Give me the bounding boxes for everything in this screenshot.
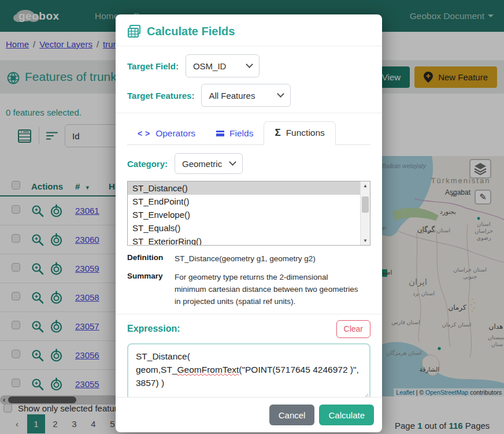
function-list-item[interactable]: ST_Envelope(): [128, 208, 360, 221]
function-list-item[interactable]: ST_ExteriorRing(): [128, 235, 360, 246]
vertical-scrollbar[interactable]: ▲ ▼: [360, 181, 370, 245]
modal-header: Calculate Fields: [116, 14, 382, 46]
modal-body: Target Field: OSM_ID Target Features: Al…: [116, 46, 382, 397]
summary-value: For geometry type returns the 2-dimensio…: [175, 272, 370, 308]
function-details: Definition ST_Distance(geometry g1, geom…: [127, 253, 370, 308]
expression-editor[interactable]: ST_Distance( geom,ST_GeomFromText("POINT…: [127, 343, 370, 397]
chevron-down-icon: [277, 90, 285, 98]
calculate-button[interactable]: Calculate: [319, 405, 374, 425]
category-label: Category:: [127, 159, 168, 169]
modal-title: Calculate Fields: [147, 25, 235, 38]
function-list: ▲ ▼ ST_Distance()ST_EndPoint()ST_Envelop…: [127, 181, 370, 246]
modal-footer: Cancel Calculate: [116, 397, 382, 432]
definition-label: Definition: [127, 253, 175, 265]
category-row: Category: Geometric: [127, 153, 370, 174]
chevron-down-icon: [229, 158, 236, 166]
modal-tabs: < > Operators Fields Σ Functions: [127, 121, 370, 145]
target-features-label: Target Features:: [127, 91, 194, 101]
target-features-value: All Features: [209, 91, 255, 101]
scroll-up-arrow-icon[interactable]: ▲: [361, 181, 370, 190]
function-list-item[interactable]: ST_EndPoint(): [128, 195, 360, 208]
target-field-select[interactable]: OSM_ID: [186, 54, 260, 77]
calculate-fields-icon: [127, 24, 141, 38]
chevron-down-icon: [246, 61, 253, 68]
tab-operators[interactable]: < > Operators: [127, 123, 206, 144]
tab-operators-label: Operators: [155, 128, 195, 139]
tab-functions-label: Functions: [286, 128, 325, 138]
cancel-button[interactable]: Cancel: [269, 405, 315, 425]
expression-misspelled-text: GeomFromText: [177, 365, 239, 374]
scrollbar-thumb[interactable]: [362, 196, 369, 213]
calculate-fields-modal: Calculate Fields Target Field: OSM_ID Ta…: [116, 14, 382, 432]
divider: [116, 113, 382, 113]
target-field-label: Target Field:: [127, 61, 179, 71]
sigma-icon: Σ: [275, 127, 280, 139]
target-field-value: OSM_ID: [193, 61, 227, 71]
tab-fields-label: Fields: [229, 128, 253, 139]
category-value: Geometric: [182, 159, 222, 169]
category-select[interactable]: Geometric: [175, 153, 243, 174]
clear-button[interactable]: Clear: [336, 320, 370, 338]
target-features-select[interactable]: All Features: [201, 84, 291, 107]
expression-label: Expression:: [127, 324, 180, 334]
tab-fields[interactable]: Fields: [206, 123, 264, 144]
definition-value: ST_Distance(geometry g1, geometry g2): [175, 253, 370, 265]
tab-functions[interactable]: Σ Functions: [264, 121, 335, 145]
list-icon: [216, 131, 224, 136]
function-list-item[interactable]: ST_Distance(): [128, 181, 360, 195]
divider: [116, 314, 382, 314]
function-list-item[interactable]: ST_Equals(): [128, 221, 360, 235]
summary-label: Summary: [127, 272, 175, 308]
code-brackets-icon: < >: [138, 129, 150, 138]
resize-handle[interactable]: [362, 394, 368, 397]
scroll-down-arrow-icon[interactable]: ▼: [361, 236, 370, 245]
